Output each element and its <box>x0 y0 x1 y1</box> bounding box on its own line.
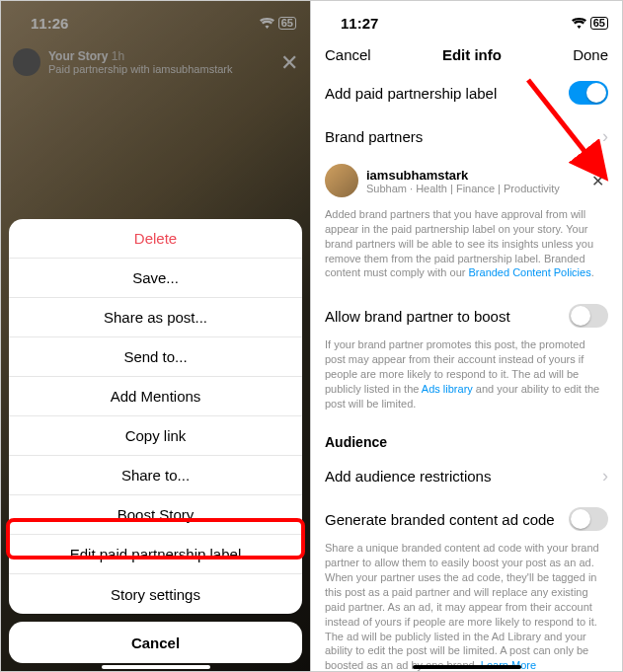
partner-meta: Subham · Health | Finance | Productivity <box>366 183 580 194</box>
wifi-icon <box>572 15 586 32</box>
row-allow-boost: Allow brand partner to boost <box>311 294 622 337</box>
chevron-right-icon: › <box>602 126 608 147</box>
audience-section-title: Audience <box>311 424 622 454</box>
sheet-item-add-mentions[interactable]: Add Mentions <box>9 377 302 416</box>
partner-avatar <box>325 164 358 197</box>
allow-boost-label: Allow brand partner to boost <box>325 308 510 325</box>
status-bar: 11:27 65 <box>311 1 622 44</box>
right-screenshot: 11:27 65 Cancel Edit info Done Add paid … <box>311 1 622 671</box>
nav-done[interactable]: Done <box>573 46 608 63</box>
chevron-right-icon: › <box>602 466 608 486</box>
audience-restrictions-label: Add audience restrictions <box>325 468 491 485</box>
generate-ad-code-label: Generate branded content ad code <box>325 511 555 528</box>
branded-content-policies-link[interactable]: Branded Content Policies <box>469 266 591 278</box>
paid-partnership-toggle[interactable] <box>569 81 608 105</box>
paid-partnership-label: Add paid partnership label <box>325 85 497 102</box>
home-indicator <box>102 665 210 669</box>
status-time: 11:27 <box>341 15 378 32</box>
left-screenshot: 11:26 65 Your Story 1h Paid partnership … <box>1 1 311 671</box>
home-indicator <box>413 665 521 669</box>
sheet-item-copy-link[interactable]: Copy link <box>9 416 302 456</box>
sheet-item-share-as-post[interactable]: Share as post... <box>9 298 302 337</box>
row-paid-partnership-label: Add paid partnership label <box>311 71 622 114</box>
sheet-item-delete[interactable]: Delete <box>9 219 302 259</box>
helper-allow-boost: If your brand partner promotes this post… <box>311 337 622 424</box>
row-generate-ad-code: Generate branded content ad code <box>311 497 622 541</box>
generate-ad-code-toggle[interactable] <box>569 507 608 531</box>
helper-ad-code: Share a unique branded content ad code w… <box>311 541 622 671</box>
allow-boost-toggle[interactable] <box>569 304 608 328</box>
ads-library-link[interactable]: Ads library <box>422 383 473 395</box>
battery-icon: 65 <box>590 17 608 30</box>
row-brand-partners[interactable]: Brand partners › <box>311 114 622 158</box>
partner-username: iamsubhamstark <box>366 168 580 183</box>
helper-brand-partners: Added brand partners that you have appro… <box>311 207 622 294</box>
nav-title: Edit info <box>442 46 502 63</box>
nav-bar: Cancel Edit info Done <box>311 44 622 71</box>
remove-partner-icon[interactable]: ✕ <box>587 168 608 194</box>
sheet-item-story-settings[interactable]: Story settings <box>9 574 302 614</box>
sheet-item-send-to[interactable]: Send to... <box>9 337 302 377</box>
sheet-item-share-to[interactable]: Share to... <box>9 456 302 495</box>
sheet-item-save[interactable]: Save... <box>9 259 302 298</box>
row-audience-restrictions[interactable]: Add audience restrictions › <box>311 454 622 497</box>
sheet-item-edit-paid-partnership[interactable]: Edit paid partnership label <box>9 535 302 574</box>
cancel-button[interactable]: Cancel <box>9 622 302 663</box>
brand-partner-item: iamsubhamstark Subham · Health | Finance… <box>311 158 622 207</box>
nav-cancel[interactable]: Cancel <box>325 46 371 63</box>
sheet-item-boost-story[interactable]: Boost Story <box>9 495 302 535</box>
brand-partners-label: Brand partners <box>325 128 423 145</box>
action-sheet: Delete Save... Share as post... Send to.… <box>9 219 302 663</box>
